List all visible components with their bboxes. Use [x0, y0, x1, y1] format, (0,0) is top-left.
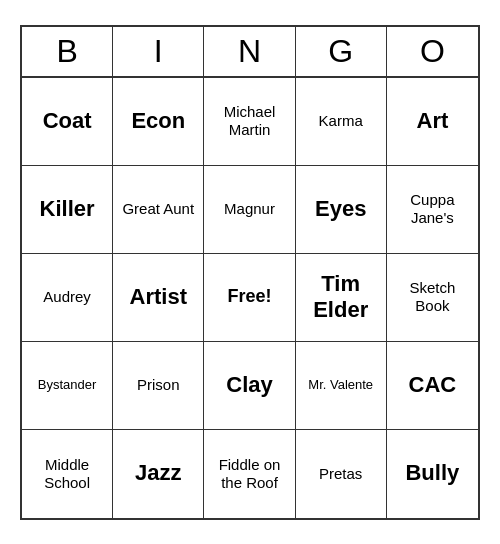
bingo-header: B I N G O: [22, 27, 478, 78]
bingo-grid: CoatEconMichael MartinKarmaArtKillerGrea…: [22, 78, 478, 518]
bingo-cell: Karma: [296, 78, 387, 166]
header-g: G: [296, 27, 387, 76]
header-i: I: [113, 27, 204, 76]
bingo-cell: Audrey: [22, 254, 113, 342]
bingo-cell: Great Aunt: [113, 166, 204, 254]
bingo-cell: Art: [387, 78, 478, 166]
bingo-cell: Bully: [387, 430, 478, 518]
bingo-cell: Prison: [113, 342, 204, 430]
bingo-cell: Cuppa Jane's: [387, 166, 478, 254]
header-o: O: [387, 27, 478, 76]
bingo-cell: Sketch Book: [387, 254, 478, 342]
bingo-cell: Bystander: [22, 342, 113, 430]
bingo-cell: Killer: [22, 166, 113, 254]
bingo-card: B I N G O CoatEconMichael MartinKarmaArt…: [20, 25, 480, 520]
bingo-cell: Michael Martin: [204, 78, 295, 166]
bingo-cell: Clay: [204, 342, 295, 430]
header-n: N: [204, 27, 295, 76]
bingo-cell: Magnur: [204, 166, 295, 254]
bingo-cell: Jazz: [113, 430, 204, 518]
bingo-cell: CAC: [387, 342, 478, 430]
bingo-cell: Mr. Valente: [296, 342, 387, 430]
bingo-cell: Artist: [113, 254, 204, 342]
bingo-cell: Coat: [22, 78, 113, 166]
bingo-cell: Pretas: [296, 430, 387, 518]
bingo-cell: Middle School: [22, 430, 113, 518]
bingo-cell: Free!: [204, 254, 295, 342]
bingo-cell: Econ: [113, 78, 204, 166]
bingo-cell: Fiddle on the Roof: [204, 430, 295, 518]
header-b: B: [22, 27, 113, 76]
bingo-cell: Eyes: [296, 166, 387, 254]
bingo-cell: Tim Elder: [296, 254, 387, 342]
